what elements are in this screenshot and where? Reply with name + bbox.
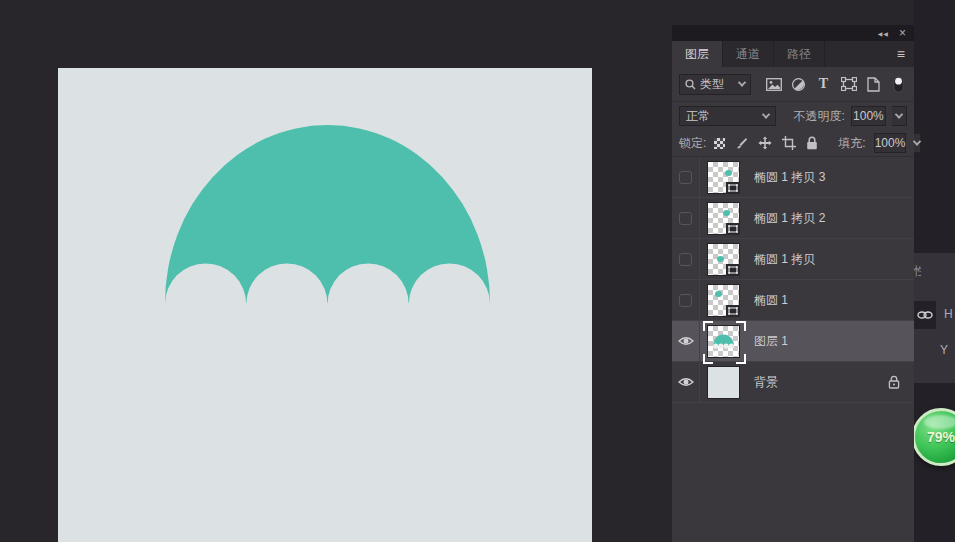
- tab-channels[interactable]: 通道: [723, 41, 774, 67]
- layer-list-empty-area: [672, 403, 914, 542]
- progress-badge-value: 79%: [927, 429, 955, 445]
- visibility-toggle[interactable]: [672, 157, 700, 197]
- opacity-label: 不透明度:: [794, 108, 845, 125]
- layer-row-ellipse-1-copy-3[interactable]: 椭圆 1 拷贝 3: [672, 157, 914, 198]
- shape-layer-filter-button[interactable]: [840, 76, 857, 93]
- ellipse-shape-preview: [723, 210, 730, 216]
- adjustment-layer-filter-button[interactable]: [790, 76, 807, 93]
- chain-icon: [917, 310, 933, 320]
- ellipse-shape-preview: [715, 291, 722, 297]
- lock-buttons: [714, 136, 818, 150]
- panel-titlebar: ◀◀ ×: [672, 25, 914, 41]
- tab-paths[interactable]: 路径: [774, 41, 825, 67]
- fill-value-field[interactable]: 100%: [874, 133, 907, 153]
- layer-row-ellipse-1-copy-2[interactable]: 椭圆 1 拷贝 2: [672, 198, 914, 239]
- visibility-checkbox-empty: [679, 212, 692, 225]
- opacity-dropdown-button[interactable]: [892, 106, 907, 126]
- fill-value: 100%: [875, 136, 906, 150]
- panel-menu-icon[interactable]: ≡: [888, 41, 914, 67]
- umbrella-thumbnail-preview: [710, 331, 737, 350]
- search-icon: [685, 79, 696, 90]
- lock-image-pixels-button[interactable]: [735, 137, 748, 150]
- properties-panel-fragment: 性 H Y: [914, 253, 955, 383]
- layer-name[interactable]: 椭圆 1 拷贝 3: [754, 169, 825, 186]
- layer-thumbnail[interactable]: [707, 284, 740, 317]
- eye-icon: [678, 376, 694, 388]
- blend-mode-dropdown[interactable]: 正常: [679, 106, 776, 126]
- filter-icon-buttons: T: [759, 76, 907, 93]
- smart-object-filter-button[interactable]: [865, 76, 882, 93]
- layer-row-ellipse-1-copy[interactable]: 椭圆 1 拷贝: [672, 239, 914, 280]
- ellipse-shape-preview: [717, 256, 724, 262]
- visibility-toggle[interactable]: [672, 280, 700, 320]
- visibility-toggle[interactable]: [672, 321, 700, 361]
- filter-kind-dropdown[interactable]: 类型: [679, 74, 751, 95]
- toggle-pin-icon: [893, 76, 904, 93]
- layer-list: 椭圆 1 拷贝 3 椭圆 1 拷贝 2: [672, 157, 914, 403]
- layer-row-layer-1-selected[interactable]: 图层 1: [672, 321, 914, 362]
- link-dimensions-button[interactable]: [914, 301, 936, 329]
- layer-thumbnail[interactable]: [707, 325, 740, 358]
- blend-mode-row: 正常 不透明度: 100%: [672, 102, 914, 130]
- shape-layer-badge-icon: [726, 305, 740, 317]
- blend-mode-value: 正常: [686, 108, 763, 125]
- document-canvas[interactable]: [58, 68, 592, 542]
- layer-name[interactable]: 背景: [754, 374, 778, 391]
- opacity-value: 100%: [853, 109, 884, 123]
- layer-thumbnail[interactable]: [707, 366, 740, 399]
- frame-icon: [841, 77, 857, 91]
- background-locked-indicator: [888, 375, 900, 389]
- chevron-down-icon: [761, 110, 769, 118]
- visibility-toggle[interactable]: [672, 198, 700, 238]
- shape-layer-badge-icon: [726, 182, 740, 194]
- height-field-label: H: [944, 307, 953, 321]
- lock-position-button[interactable]: [758, 136, 772, 150]
- visibility-toggle[interactable]: [672, 239, 700, 279]
- shape-layer-badge-icon: [726, 264, 740, 276]
- filter-pin-toggle[interactable]: [890, 76, 907, 93]
- layer-thumbnail[interactable]: [707, 161, 740, 194]
- layer-name[interactable]: 椭圆 1 拷贝 2: [754, 210, 825, 227]
- opacity-value-field[interactable]: 100%: [851, 106, 886, 126]
- lock-all-button[interactable]: [806, 136, 818, 150]
- padlock-icon: [806, 136, 818, 150]
- layer-row-ellipse-1[interactable]: 椭圆 1: [672, 280, 914, 321]
- visibility-toggle[interactable]: [672, 362, 700, 402]
- layer-name[interactable]: 图层 1: [754, 333, 788, 350]
- page-icon: [867, 77, 880, 92]
- visibility-checkbox-empty: [679, 253, 692, 266]
- fill-dropdown-button[interactable]: [914, 133, 921, 153]
- visibility-checkbox-empty: [679, 171, 692, 184]
- layer-thumbnail[interactable]: [707, 202, 740, 235]
- layer-filter-row: 类型 T: [672, 67, 914, 102]
- tab-layers[interactable]: 图层: [672, 41, 723, 67]
- fill-label: 填充:: [838, 135, 865, 152]
- photoshop-workspace: { "window": { "collapse_icon": "◀◀", "cl…: [0, 0, 955, 542]
- layer-name[interactable]: 椭圆 1 拷贝: [754, 251, 815, 268]
- collapse-panel-icon[interactable]: ◀◀: [878, 30, 889, 37]
- filter-kind-label: 类型: [700, 76, 735, 93]
- move-icon: [758, 136, 772, 150]
- padlock-icon: [888, 375, 900, 389]
- panel-body: 类型 T: [672, 67, 914, 542]
- brush-icon: [735, 137, 748, 150]
- type-layer-filter-button[interactable]: T: [815, 76, 832, 93]
- close-panel-icon[interactable]: ×: [899, 28, 906, 38]
- layers-panel: ◀◀ × 图层 通道 路径 ≡ 类型: [672, 25, 914, 542]
- lock-label: 锁定:: [679, 135, 706, 152]
- eye-icon: [678, 335, 694, 347]
- chevron-down-icon: [913, 137, 921, 145]
- pixel-layer-filter-button[interactable]: [765, 76, 782, 93]
- layer-name[interactable]: 椭圆 1: [754, 292, 788, 309]
- layer-thumbnail[interactable]: [707, 243, 740, 276]
- panel-tabs: 图层 通道 路径 ≡: [672, 41, 914, 67]
- y-field-label: Y: [940, 343, 948, 357]
- chevron-down-icon: [895, 110, 903, 118]
- visibility-checkbox-empty: [679, 294, 692, 307]
- layer-row-background[interactable]: 背景: [672, 362, 914, 403]
- crop-icon: [782, 136, 796, 150]
- umbrella-shape: [58, 68, 592, 542]
- image-icon: [766, 78, 782, 91]
- lock-transparent-pixels-button checkerboard-icon[interactable]: [714, 138, 725, 149]
- lock-artboard-button[interactable]: [782, 136, 796, 150]
